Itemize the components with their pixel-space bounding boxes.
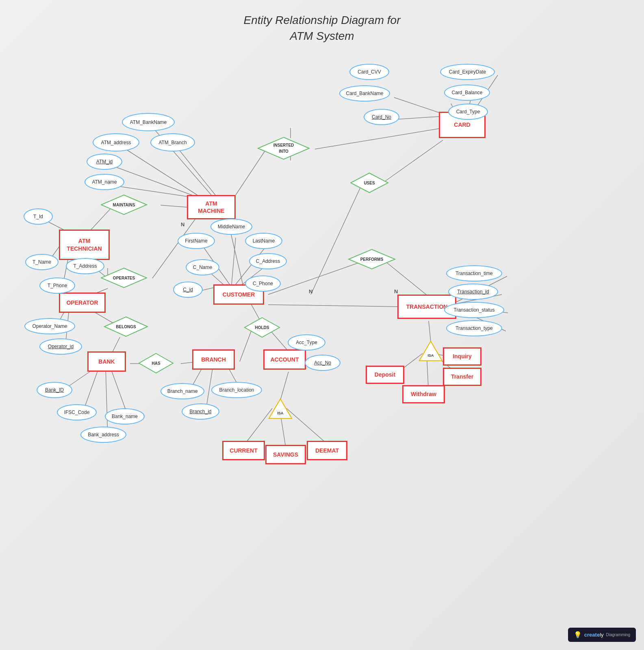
entity-inquiry: Inquiry [443,347,481,366]
svg-text:HOLDS: HOLDS [255,325,269,330]
cardinality-n-transaction: N [394,288,398,295]
relation-inserted-into: INSERTED INTO [257,136,310,160]
attr-ifsc-code: IFSC_Code [57,404,97,420]
attr-card-expirydate: Card_ExpiryDate [440,64,495,80]
entity-bank: BANK [87,351,126,372]
attr-acc-no: Acc_No [305,355,340,371]
isa-transaction: ISA [418,340,443,362]
attr-trans-status: Transaction_status [444,302,504,318]
watermark: 💡 creately Diagramming [568,628,636,642]
svg-line-36 [232,238,236,284]
relation-operates: OPERATES [101,267,147,288]
attr-t-address: T_Address [66,258,104,274]
attr-trans-time: Transaction_time [446,265,502,282]
relation-performs: PERFORMS [348,249,396,270]
page-title: Entity Relationship Diagram for ATM Syst… [244,12,401,44]
svg-marker-89 [269,399,292,418]
attr-c-phone: C_Phone [245,275,281,292]
entity-operator: OPERATOR [59,292,106,313]
svg-line-52 [380,140,443,185]
svg-line-5 [160,205,187,207]
svg-line-45 [315,128,443,149]
svg-text:USES: USES [364,181,375,185]
svg-line-60 [429,321,431,341]
attr-c-id: C_id [173,282,203,298]
entity-account: ACCOUNT [263,349,306,370]
svg-text:OPERATES: OPERATES [113,276,135,280]
entity-transfer: Transfer [443,368,481,386]
cardinality-n-customer: N [309,288,312,295]
watermark-brand: creately [584,632,604,638]
entity-withdraw: Withdraw [402,385,445,403]
relation-holds: HOLDS [244,317,280,338]
attr-c-name: C_Name [186,259,219,275]
svg-line-2 [176,145,215,195]
svg-text:BELONGS: BELONGS [116,325,136,329]
svg-text:PERFORMS: PERFORMS [360,257,384,262]
relation-uses: USES [350,172,389,193]
relation-maintains: MAINTAINS [101,194,147,215]
attr-c-address: C_Address [249,253,287,269]
entity-deposit: Deposit [366,366,404,384]
attr-branch-name: Branch_name [160,383,204,399]
canvas: Entity Relationship Diagram for ATM Syst… [0,0,644,650]
svg-text:INSERTED: INSERTED [273,143,294,147]
attr-lastname: LastName [245,233,282,249]
cardinality-n-atm: N [181,221,184,228]
attr-t-name: T_Name [25,254,59,270]
attr-branch-location: Branch_location [211,382,262,398]
attr-operator-id: Operator_id [39,338,82,355]
svg-text:INTO: INTO [279,149,288,154]
attr-firstname: FirstName [178,233,215,249]
attr-trans-id: Transaction_id [448,284,498,300]
relation-belongs: BELONGS [104,316,148,337]
entity-current: CURRENT [222,441,265,460]
svg-marker-80 [258,137,309,159]
svg-text:ISA: ISA [277,411,284,415]
attr-card-balance: Card_Balance [444,84,490,101]
attr-bank-id: Bank_ID [37,382,72,398]
svg-text:ISA: ISA [427,353,434,358]
attr-card-cvv: Card_CVV [349,64,389,80]
svg-text:MAINTAINS: MAINTAINS [113,203,135,207]
attr-acc-type: Acc_Type [288,334,325,351]
svg-line-65 [280,372,288,400]
attr-atm-name: ATM_name [85,174,124,190]
attr-trans-type: Transaction_type [446,320,502,336]
entity-atm-machine: ATMMACHINE [187,195,236,219]
attr-bank-name: Bank_name [105,408,145,425]
attr-atm-id: ATM_id [87,154,122,170]
svg-line-54 [268,262,361,295]
svg-text:HAS: HAS [152,361,160,366]
attr-middlename: MiddleName [210,219,252,235]
entity-savings: SAVINGS [265,445,306,464]
attr-t-id: T_Id [24,208,53,225]
entity-branch: BRANCH [192,349,235,370]
diagram-lines [0,0,644,650]
attr-card-type: Card_Type [448,104,488,120]
entity-deemat: DEEMAT [307,441,347,460]
relation-has: HAS [138,353,174,374]
watermark-sub: Diagramming [606,633,630,637]
attr-atm-address: ATM_address [93,133,139,152]
attr-t-phone: T_Phone [39,277,75,294]
attr-atm-bankname: ATM_BankName [122,113,175,131]
attr-atm-branch: ATM_Branch [150,133,195,152]
svg-line-69 [268,305,402,307]
entity-atm-technician: ATMTECHNICIAN [59,230,110,260]
svg-line-53 [311,185,362,295]
attr-card-no: Card_No [364,109,399,125]
isa-account: ISA [268,398,293,419]
svg-line-18 [112,337,120,353]
svg-line-1 [120,145,199,196]
attr-card-bankname: Card_BankName [339,85,390,102]
attr-operator-name: Operator_Name [24,318,75,334]
attr-bank-address: Bank_address [80,427,126,443]
attr-branch-id: Branch_id [182,403,219,420]
svg-marker-87 [419,341,442,361]
